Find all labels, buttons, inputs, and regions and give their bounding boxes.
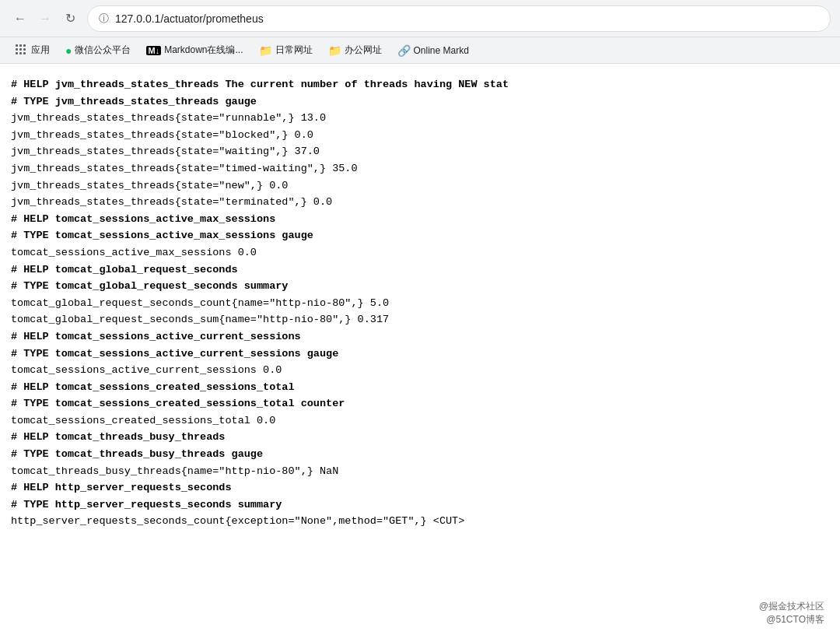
line-15: tomcat_global_request_seconds_sum{name="…: [11, 311, 829, 328]
bookmark-wechat[interactable]: ● 微信公众平台: [59, 41, 137, 59]
line-3: jvm_threads_states_threads{state="runnab…: [11, 110, 829, 127]
bookmark-online-label: Online Markd: [414, 45, 469, 56]
markdown-icon: M↓: [146, 46, 161, 55]
bookmark-wechat-label: 微信公众平台: [75, 44, 131, 57]
watermark-line1: @掘金技术社区: [759, 600, 824, 613]
line-1: # HELP jvm_threads_states_threads The cu…: [11, 76, 829, 93]
back-button[interactable]: ←: [9, 8, 31, 30]
line-20: # TYPE tomcat_sessions_created_sessions_…: [11, 395, 829, 412]
line-25: # HELP http_server_requests_seconds: [11, 479, 829, 496]
line-11: tomcat_sessions_active_max_sessions 0.0: [11, 244, 829, 261]
nav-buttons: ← → ↻: [9, 8, 81, 30]
line-18: tomcat_sessions_active_current_sessions …: [11, 362, 829, 379]
bookmarks-bar: 应用 ● 微信公众平台 M↓ Markdown在线编... 📁 日常网址 📁 办…: [0, 37, 840, 64]
bookmark-daily[interactable]: 📁 日常网址: [253, 41, 319, 59]
line-10: # TYPE tomcat_sessions_active_max_sessio…: [11, 227, 829, 244]
line-2: # TYPE jvm_threads_states_threads gauge: [11, 93, 829, 111]
apps-button[interactable]: 应用: [9, 41, 56, 59]
address-bar[interactable]: ⓘ 127.0.0.1/actuator/prometheus: [87, 5, 831, 32]
line-5: jvm_threads_states_threads{state="waitin…: [11, 143, 829, 160]
line-9: # HELP tomcat_sessions_active_max_sessio…: [11, 211, 829, 228]
line-26: # TYPE http_server_requests_seconds summ…: [11, 496, 829, 514]
refresh-button[interactable]: ↻: [59, 8, 81, 30]
watermark-line2: @51CTO博客: [759, 613, 824, 626]
apps-grid-icon: [16, 44, 28, 57]
bookmark-online-markd[interactable]: 🔗 Online Markd: [391, 42, 475, 59]
watermark: @掘金技术社区 @51CTO博客: [759, 600, 824, 626]
bookmark-markdown-label: Markdown在线编...: [164, 44, 243, 57]
line-7: jvm_threads_states_threads{state="new",}…: [11, 177, 829, 195]
line-13: # TYPE tomcat_global_request_seconds sum…: [11, 278, 829, 295]
bookmark-office-label: 办公网址: [345, 44, 382, 57]
line-8: jvm_threads_states_threads{state="termin…: [11, 194, 829, 211]
line-22: # HELP tomcat_threads_busy_threads: [11, 429, 829, 446]
line-17: # TYPE tomcat_sessions_active_current_se…: [11, 346, 829, 363]
line-23: # TYPE tomcat_threads_busy_threads gauge: [11, 446, 829, 463]
folder-office-icon: 📁: [328, 44, 341, 57]
bookmark-markdown[interactable]: M↓ Markdown在线编...: [140, 41, 249, 59]
browser-toolbar: ← → ↻ ⓘ 127.0.0.1/actuator/prometheus: [0, 0, 840, 37]
secure-icon: ⓘ: [99, 12, 109, 26]
line-14: tomcat_global_request_seconds_count{name…: [11, 295, 829, 312]
line-19: # HELP tomcat_sessions_created_sessions_…: [11, 379, 829, 396]
line-4: jvm_threads_states_threads{state="blocke…: [11, 127, 829, 144]
line-27: http_server_requests_seconds_count{excep…: [11, 513, 829, 530]
bookmark-daily-label: 日常网址: [275, 44, 313, 57]
url-text: 127.0.0.1/actuator/prometheus: [115, 12, 819, 25]
line-24: tomcat_threads_busy_threads{name="http-n…: [11, 463, 829, 480]
line-12: # HELP tomcat_global_request_seconds: [11, 261, 829, 279]
line-21: tomcat_sessions_created_sessions_total 0…: [11, 412, 829, 430]
line-6: jvm_threads_states_threads{state="timed-…: [11, 160, 829, 177]
forward-button[interactable]: →: [34, 8, 56, 30]
folder-daily-icon: 📁: [259, 44, 272, 57]
prometheus-output: # HELP jvm_threads_states_threads The cu…: [0, 64, 840, 542]
line-16: # HELP tomcat_sessions_active_current_se…: [11, 328, 829, 346]
bookmark-office[interactable]: 📁 办公网址: [322, 41, 388, 59]
link-icon: 🔗: [397, 44, 411, 57]
apps-label: 应用: [31, 44, 50, 57]
wechat-icon: ●: [65, 44, 72, 57]
